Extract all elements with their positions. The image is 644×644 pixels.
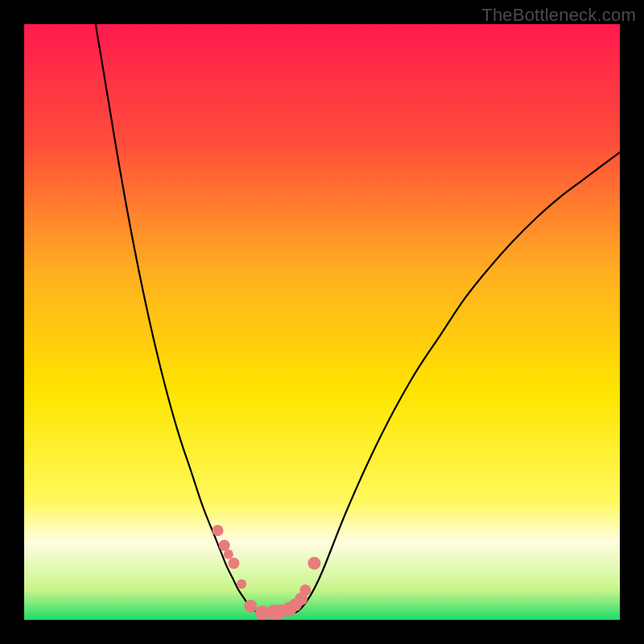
data-marker [237, 580, 246, 589]
plot-area [24, 24, 620, 620]
data-marker [213, 525, 224, 536]
chart-svg [24, 24, 620, 620]
data-marker [244, 600, 257, 613]
data-marker [224, 550, 233, 559]
data-marker [308, 557, 320, 570]
data-marker [299, 584, 311, 596]
data-marker [219, 540, 230, 551]
watermark-text: TheBottleneck.com [481, 5, 636, 26]
data-marker [228, 558, 239, 569]
chart-frame: TheBottleneck.com [0, 0, 644, 644]
gradient-background [24, 24, 620, 620]
